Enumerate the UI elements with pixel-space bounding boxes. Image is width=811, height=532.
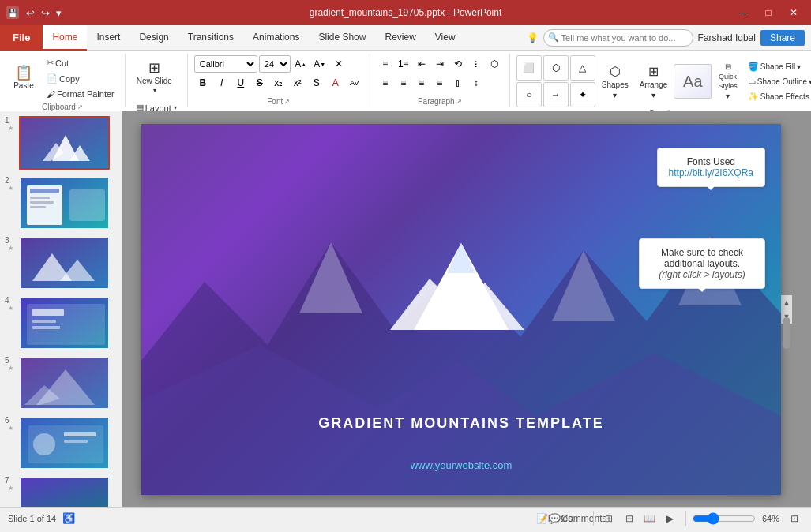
canvas-scrollbar-right[interactable]: ▲ ▼ xyxy=(781,295,792,324)
tab-animations[interactable]: Animations xyxy=(243,25,309,51)
shape-box-5[interactable]: → xyxy=(543,82,569,107)
redo-button[interactable]: ↪ xyxy=(39,6,52,21)
ribbon-search-area: 💡 🔍 Farshad Iqbal Share xyxy=(527,29,811,47)
align-text-button[interactable]: ⫶ xyxy=(467,55,485,73)
search-input[interactable] xyxy=(543,29,693,47)
paragraph-content: ≡ 1≡ ⇤ ⇥ ⟲ ⫶ ⬡ ≡ ≡ ≡ ≡ ⫿ ↕ xyxy=(377,55,503,96)
zoom-slider[interactable] xyxy=(693,513,756,524)
font-face-select[interactable]: Calibri xyxy=(194,55,257,73)
format-painter-button[interactable]: 🖌 Format Painter xyxy=(43,87,118,101)
close-button[interactable]: ✕ xyxy=(783,4,805,21)
undo-button[interactable]: ↩ xyxy=(24,6,37,21)
tab-transitions[interactable]: Transitions xyxy=(178,25,243,51)
clear-format-button[interactable]: ✕ xyxy=(330,55,347,73)
user-name: Farshad Iqbal xyxy=(698,32,756,43)
file-tab[interactable]: File xyxy=(0,25,43,51)
font-size-select[interactable]: 24 xyxy=(259,55,291,73)
strikethrough-button[interactable]: S xyxy=(251,74,268,92)
decrease-indent-button[interactable]: ⇤ xyxy=(413,55,430,73)
columns-button[interactable]: ⫿ xyxy=(449,74,467,92)
slide-thumb-1[interactable]: 1 ★ xyxy=(3,114,118,171)
save-icon[interactable]: 💾 xyxy=(6,6,19,19)
char-spacing-button[interactable]: AV xyxy=(346,74,363,92)
canvas-area[interactable]: GRADIENT MOUNTAINS TEMPLATE www.yourwebs… xyxy=(122,111,811,507)
shapes-row-2: ○ → ✦ xyxy=(516,82,595,107)
shape-box-1[interactable]: ⬜ xyxy=(516,55,542,81)
shape-fill-button[interactable]: 🪣 Shape Fill ▾ xyxy=(744,60,811,73)
align-center-button[interactable]: ≡ xyxy=(395,74,412,92)
superscript-button[interactable]: x² xyxy=(289,74,306,92)
shape-effects-button[interactable]: ✨ Shape Effects ▾ xyxy=(744,90,811,103)
window-title: gradient_mountains_19705.pptx - PowerPoi… xyxy=(310,7,502,18)
tab-review[interactable]: Review xyxy=(375,25,425,51)
quick-styles-button[interactable]: ⊟ Quick Styles ▾ xyxy=(713,59,742,103)
arrange-button[interactable]: ⊞ Arrange ▾ xyxy=(635,61,673,103)
slide-preview-6 xyxy=(21,418,108,468)
slideshow-button[interactable]: ▶ xyxy=(662,510,679,527)
bold-button[interactable]: B xyxy=(194,74,212,92)
shapes-button[interactable]: ⬡ Shapes ▾ xyxy=(597,61,633,103)
status-sep-1 xyxy=(593,511,594,526)
convert-smartart-button[interactable]: ⬡ xyxy=(486,55,503,73)
copy-icon: 📄 xyxy=(47,73,58,84)
decrease-font-button[interactable]: A▼ xyxy=(311,55,329,73)
title-bar: 💾 ↩ ↪ ▾ gradient_mountains_19705.pptx - … xyxy=(0,0,811,25)
shadow-button[interactable]: S xyxy=(308,74,325,92)
align-right-button[interactable]: ≡ xyxy=(413,74,430,92)
shape-box-4[interactable]: ○ xyxy=(516,82,542,107)
share-button[interactable]: Share xyxy=(760,30,805,46)
slide-panel[interactable]: 1 ★ xyxy=(0,111,122,507)
comments-button[interactable]: 💬 Comments xyxy=(569,510,587,527)
tab-slideshow[interactable]: Slide Show xyxy=(309,25,375,51)
minimize-button[interactable]: ─ xyxy=(732,4,754,21)
slide-star-2: ★ xyxy=(8,185,13,192)
slide-svg-6 xyxy=(21,418,110,470)
paragraph-expand-icon[interactable]: ↗ xyxy=(456,98,462,105)
numbering-button[interactable]: 1≡ xyxy=(395,55,412,73)
shape-box-2[interactable]: ⬡ xyxy=(543,55,569,81)
slide-thumb-4[interactable]: 4 ★ xyxy=(3,294,118,351)
increase-font-button[interactable]: A▲ xyxy=(292,55,310,73)
slide-thumb-5[interactable]: 5 ★ xyxy=(3,354,118,411)
new-slide-button[interactable]: ⊞ New Slide ▾ xyxy=(132,55,177,99)
scroll-up-arrow[interactable]: ▲ xyxy=(782,297,792,308)
format-painter-icon: 🖌 xyxy=(47,89,55,99)
paste-button[interactable]: 📋 Paste xyxy=(6,55,41,99)
slide-thumb-3[interactable]: 3 ★ xyxy=(3,234,118,291)
cut-icon: ✂ xyxy=(47,58,54,68)
font-color-button[interactable]: A xyxy=(327,74,344,92)
copy-button[interactable]: 📄 Copy xyxy=(43,71,118,86)
tab-view[interactable]: View xyxy=(426,25,465,51)
normal-view-button[interactable]: ⊞ xyxy=(600,510,618,527)
slide-thumb-2[interactable]: 2 ★ xyxy=(3,174,118,231)
font-expand-icon[interactable]: ↗ xyxy=(284,98,290,105)
tab-design[interactable]: Design xyxy=(130,25,178,51)
shape-outline-button[interactable]: ▭ Shape Outline ▾ xyxy=(744,75,811,88)
quick-styles-box[interactable]: Aa xyxy=(674,64,712,99)
fit-slide-button[interactable]: ⊡ xyxy=(786,510,803,527)
increase-indent-button[interactable]: ⇥ xyxy=(431,55,449,73)
maximize-button[interactable]: □ xyxy=(757,4,779,21)
clipboard-expand-icon[interactable]: ↗ xyxy=(77,103,83,111)
slide-thumb-7[interactable]: 7 ★ xyxy=(3,474,118,507)
shape-box-3[interactable]: △ xyxy=(570,55,595,81)
justify-button[interactable]: ≡ xyxy=(431,74,449,92)
text-direction-button[interactable]: ⟲ xyxy=(449,55,467,73)
line-spacing-button[interactable]: ↕ xyxy=(467,74,485,92)
cut-button[interactable]: ✂ Cut xyxy=(43,55,118,70)
slide-sorter-button[interactable]: ⊟ xyxy=(621,510,638,527)
callout1-line2: http://bit.ly/2I6XQRa xyxy=(669,167,753,178)
italic-button[interactable]: I xyxy=(213,74,231,92)
tab-insert[interactable]: Insert xyxy=(87,25,130,51)
bullets-button[interactable]: ≡ xyxy=(377,55,394,73)
reading-view-button[interactable]: 📖 xyxy=(641,510,659,527)
customize-qat-button[interactable]: ▾ xyxy=(54,6,64,21)
subscript-button[interactable]: x₂ xyxy=(270,74,287,92)
svg-rect-25 xyxy=(64,432,96,436)
scroll-thumb[interactable] xyxy=(783,317,790,349)
underline-button[interactable]: U xyxy=(232,74,250,92)
tab-home[interactable]: Home xyxy=(43,25,87,51)
align-left-button[interactable]: ≡ xyxy=(377,74,394,92)
shape-box-6[interactable]: ✦ xyxy=(570,82,595,107)
slide-thumb-6[interactable]: 6 ★ xyxy=(3,414,118,471)
